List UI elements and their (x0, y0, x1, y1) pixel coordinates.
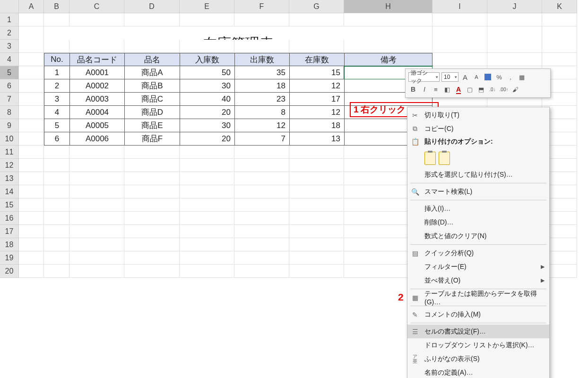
font-size-dropdown[interactable]: 10 (441, 72, 458, 82)
ctx-separator (410, 200, 546, 200)
row-header-11[interactable]: 11 (0, 146, 19, 159)
th-code[interactable]: 品名コード (69, 53, 124, 66)
col-header-G[interactable]: G (289, 0, 344, 13)
cell-H1[interactable] (344, 13, 432, 26)
percent-style-icon[interactable]: % (494, 72, 504, 82)
ctx-insert-comment[interactable]: ✎ コメントの挿入(M) (407, 308, 549, 321)
border-icon[interactable]: ▢ (465, 85, 475, 94)
row-header-19[interactable]: 19 (0, 251, 19, 265)
row-header-5[interactable]: 5 (0, 66, 19, 79)
th-note[interactable]: 備考 (344, 53, 432, 66)
ctx-cut-label: 切り取り(T) (424, 111, 545, 120)
increase-font-icon[interactable]: A (460, 72, 470, 82)
th-name[interactable]: 品名 (124, 53, 180, 66)
ctx-delete-label: 削除(D)… (424, 218, 545, 227)
col-header-E[interactable]: E (180, 0, 234, 13)
ctx-insert-label: 挿入(I)… (424, 205, 545, 213)
ctx-format-cells[interactable]: ☰ セルの書式設定(F)… (407, 325, 549, 338)
cell-K1[interactable] (542, 13, 577, 26)
ctx-define-name[interactable]: 名前の定義(A)… (407, 366, 549, 378)
ctx-quick-analysis[interactable]: ▤ クイック分析(Q) (407, 246, 549, 260)
col-header-K[interactable]: K (542, 0, 577, 13)
merge-icon[interactable]: ⬒ (476, 85, 486, 94)
ctx-insert[interactable]: 挿入(I)… (407, 202, 549, 215)
col-header-J[interactable]: J (487, 0, 542, 13)
cell-E1[interactable] (180, 13, 234, 26)
th-stock[interactable]: 在庫数 (289, 53, 344, 66)
col-header-B[interactable]: B (44, 0, 69, 13)
row-header-2[interactable]: 2 (0, 26, 19, 40)
row-header-10[interactable]: 10 (0, 132, 19, 146)
ctx-copy[interactable]: ⧉ コピー(C) (407, 122, 549, 136)
row-header-17[interactable]: 17 (0, 225, 19, 238)
font-color-icon[interactable]: A (454, 85, 463, 94)
row-header-13[interactable]: 13 (0, 172, 19, 185)
cell-C1[interactable] (69, 13, 124, 26)
ctx-filter[interactable]: フィルター(E) ▶ (407, 260, 549, 274)
accounting-format-icon[interactable] (483, 72, 493, 82)
row-header-14[interactable]: 14 (0, 185, 19, 198)
decrease-font-icon[interactable]: A (472, 72, 481, 82)
row-header-3[interactable]: 3 (0, 40, 19, 53)
cell-A3[interactable] (19, 40, 44, 53)
ctx-clear[interactable]: 数式と値のクリア(N) (407, 229, 549, 243)
ctx-paste-special[interactable]: 形式を選択して貼り付け(S)… (407, 168, 549, 181)
ctx-separator (410, 306, 546, 306)
cell-D1[interactable] (124, 13, 180, 26)
ctx-sort[interactable]: 並べ替え(O) ▶ (407, 274, 549, 287)
ctx-furigana[interactable]: ア亜 ふりがなの表示(S) (407, 352, 549, 366)
row-header-20[interactable]: 20 (0, 265, 19, 278)
annotation-2-num: 2 (398, 292, 404, 303)
ctx-quick-label: クイック分析(Q) (424, 249, 545, 258)
comma-style-icon[interactable]: , (506, 72, 515, 82)
row-header-8[interactable]: 8 (0, 106, 19, 119)
th-no[interactable]: No. (44, 53, 69, 66)
cell-F1[interactable] (234, 13, 289, 26)
row-header-6[interactable]: 6 (0, 79, 19, 93)
ctx-paste-special-label: 形式を選択して貼り付け(S)… (424, 171, 545, 179)
th-in[interactable]: 入庫数 (180, 53, 234, 66)
row-header-15[interactable]: 15 (0, 198, 19, 212)
row-header-18[interactable]: 18 (0, 238, 19, 251)
col-header-H[interactable]: H (344, 0, 432, 13)
row-header-16[interactable]: 16 (0, 212, 19, 225)
row-header-9[interactable]: 9 (0, 119, 19, 132)
cell-G1[interactable] (289, 13, 344, 26)
ctx-smart-lookup[interactable]: 🔍 スマート検索(L) (407, 185, 549, 198)
ctx-dropdown-list[interactable]: ドロップダウン リストから選択(K)… (407, 338, 549, 352)
bold-button[interactable]: B (408, 85, 418, 94)
clipboard-icon: 📋 (409, 138, 421, 146)
increase-decimal-icon[interactable]: .0↓ (488, 85, 497, 94)
row-header-7[interactable]: 7 (0, 93, 19, 106)
col-header-F[interactable]: F (234, 0, 289, 13)
row-header-12[interactable]: 12 (0, 159, 19, 172)
align-icon[interactable]: ≡ (431, 85, 441, 94)
ctx-get-data-label: テーブルまたは範囲からデータを取得(G)… (424, 290, 545, 306)
ctx-copy-label: コピー(C) (424, 125, 545, 133)
italic-button[interactable]: I (420, 85, 429, 94)
row-header-1[interactable]: 1 (0, 13, 19, 26)
cell-A1[interactable] (19, 13, 44, 26)
format-painter-icon[interactable]: 🖌 (510, 85, 520, 94)
cell-B1[interactable] (44, 13, 69, 26)
cell-J1[interactable] (487, 13, 542, 26)
ctx-cut[interactable]: ✂ 切り取り(T) (407, 108, 549, 122)
ctx-get-data[interactable]: ▦ テーブルまたは範囲からデータを取得(G)… (407, 291, 549, 304)
paste-option-1-icon[interactable] (424, 152, 436, 165)
ctx-delete[interactable]: 削除(D)… (407, 215, 549, 229)
cell-I1[interactable] (432, 13, 487, 26)
col-header-I[interactable]: I (432, 0, 487, 13)
comment-icon: ✎ (409, 311, 421, 318)
col-header-D[interactable]: D (124, 0, 180, 13)
format-as-table-icon[interactable]: ▦ (517, 72, 527, 82)
paste-option-2-icon[interactable] (439, 152, 450, 165)
select-all-corner[interactable] (0, 0, 19, 13)
col-header-C[interactable]: C (69, 0, 124, 13)
decrease-decimal-icon[interactable]: .00↑ (499, 85, 509, 94)
row-header-4[interactable]: 4 (0, 53, 19, 66)
th-out[interactable]: 出庫数 (234, 53, 289, 66)
font-name-dropdown[interactable]: 游ゴシック (408, 72, 440, 82)
fill-color-icon[interactable]: ◧ (442, 85, 452, 94)
table-row[interactable]: 1 (44, 66, 69, 79)
col-header-A[interactable]: A (19, 0, 44, 13)
